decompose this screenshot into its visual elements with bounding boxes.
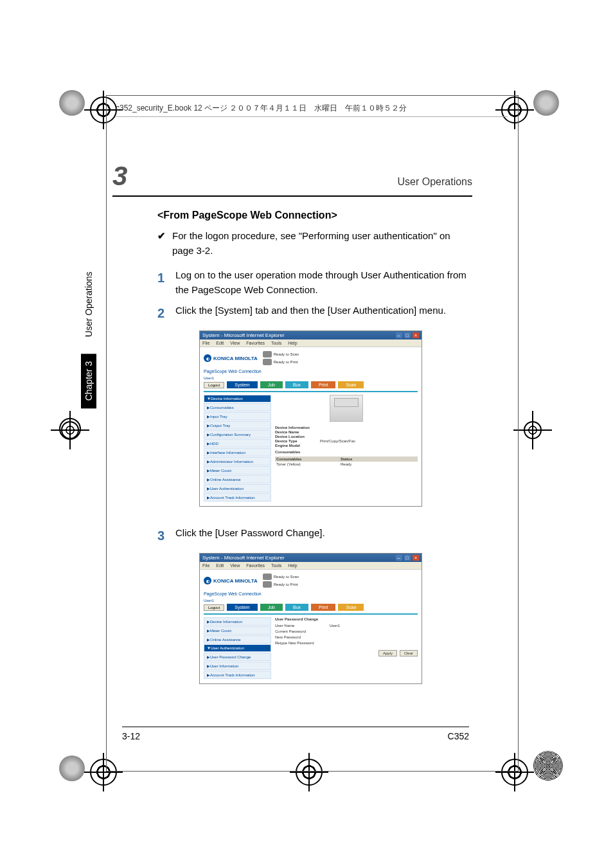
menu-view[interactable]: View [230, 341, 240, 345]
device-type-value: Print/Copy/Scan/Fax [320, 439, 355, 443]
page-number: 3-12 [122, 731, 140, 741]
crop-mark [524, 421, 542, 439]
decor-circle [59, 755, 85, 781]
brand-name: KONICA MINOLTA [213, 356, 258, 361]
sidebar: ▶Device Information ▶Meter Count ▶Online… [204, 617, 271, 680]
sidebar-item-consumables[interactable]: ▶Consumables [204, 403, 271, 411]
screenshot-body: ▶Device Information ▶Meter Count ▶Online… [200, 615, 422, 683]
menu-help[interactable]: Help [288, 563, 297, 568]
window-titlebar: System - Microsoft Internet Explorer – □… [200, 331, 422, 339]
menu-edit[interactable]: Edit [216, 341, 224, 345]
tab-box[interactable]: Box [285, 381, 308, 388]
menu-tools[interactable]: Tools [271, 341, 281, 345]
maximize-icon[interactable]: □ [404, 555, 411, 561]
checkmark-icon: ✔ [157, 229, 166, 258]
tab-system[interactable]: System [227, 604, 257, 611]
tab-print[interactable]: Print [311, 604, 335, 611]
step-number: 2 [157, 303, 175, 323]
maximize-icon[interactable]: □ [404, 332, 411, 338]
logout-button[interactable]: Logout [204, 382, 224, 388]
toner-name: Toner (Yellow) [276, 462, 341, 466]
main-panel: Device Information Device Name Device Lo… [275, 395, 418, 502]
close-icon[interactable]: × [413, 332, 419, 338]
status-print: Ready to Print [274, 583, 298, 586]
menu-file[interactable]: File [202, 341, 209, 345]
crop-mark [61, 421, 79, 439]
sidebar-item-user-info[interactable]: ▶User Information [204, 662, 271, 670]
sidebar-item-config-summary[interactable]: ▶Configuration Summary [204, 430, 271, 439]
sidebar-item-account-track[interactable]: ▶Account Track Information [204, 493, 271, 502]
tab-job[interactable]: Job [260, 381, 283, 388]
product-name: PageScope Web Connection [200, 592, 422, 599]
sidebar-item-interface-info[interactable]: ▶Interface Information [204, 448, 271, 457]
sidebar: ▼Device Information ▶Consumables ▶Input … [204, 395, 271, 502]
tab-row: Logout System Job Box Print Scan [200, 604, 422, 613]
sidebar-item-meter-count[interactable]: ▶Meter Count [204, 466, 271, 475]
menu-view[interactable]: View [230, 563, 240, 568]
device-name-label: Device Name [275, 430, 320, 434]
window-titlebar: System - Microsoft Internet Explorer – □… [200, 554, 422, 562]
username-value: User1 [330, 624, 340, 628]
sidebar-item-user-auth[interactable]: ▶User Authentication [204, 484, 271, 493]
sidebar-item-online-assist[interactable]: ▶Online Assistance [204, 635, 271, 644]
consumables-col2: Status [341, 457, 352, 461]
menu-favorites[interactable]: Favorites [246, 563, 265, 568]
close-icon[interactable]: × [413, 555, 419, 561]
sidebar-item-online-assist[interactable]: ▶Online Assistance [204, 475, 271, 484]
engine-model-label: Engine Model [275, 444, 320, 448]
menu-edit[interactable]: Edit [216, 563, 224, 568]
minimize-icon[interactable]: – [396, 332, 402, 338]
book-header: c352_security_E.book 12 ページ ２００７年４月１１日 水… [116, 103, 508, 117]
consumables-header-row: Consumables Status [275, 457, 418, 462]
clear-button[interactable]: Clear [400, 650, 418, 656]
current-password-label: Current Password [275, 629, 330, 633]
brand-header: ◐ KONICA MINOLTA Ready to Scan Ready to … [200, 347, 422, 369]
tab-job[interactable]: Job [260, 604, 283, 611]
brand-logo: ◐ KONICA MINOLTA [204, 577, 258, 584]
model-number: C352 [448, 731, 469, 741]
device-type-label: Device Type [275, 439, 320, 443]
sidebar-item-output-tray[interactable]: ▶Output Tray [204, 421, 271, 429]
decor-circle [533, 90, 559, 116]
device-location-label: Device Location [275, 435, 320, 439]
sidebar-item-device-info[interactable]: ▼Device Information [204, 395, 271, 402]
sidebar-item-account-track[interactable]: ▶Account Track Information [204, 671, 271, 679]
sidebar-item-hdd[interactable]: ▶HDD [204, 439, 271, 448]
status-scan: Ready to Scan [274, 352, 299, 356]
tab-print[interactable]: Print [311, 381, 335, 388]
sidebar-item-input-tray[interactable]: ▶Input Tray [204, 412, 271, 420]
apply-button[interactable]: Apply [378, 650, 397, 656]
tab-scan[interactable]: Scan [338, 381, 364, 388]
main-panel: User Password Change User Name User1 Cur… [275, 617, 418, 680]
minimize-icon[interactable]: – [396, 555, 402, 561]
menu-favorites[interactable]: Favorites [246, 341, 265, 345]
tab-row: Logout System Job Box Print Scan [200, 381, 422, 391]
tab-system[interactable]: System [227, 381, 257, 388]
status-scan: Ready to Scan [274, 575, 299, 579]
consumables-row: Toner (Yellow) Ready [275, 462, 418, 467]
sidebar-item-admin-info[interactable]: ▶Administrator Information [204, 457, 271, 466]
printer-icon [263, 359, 272, 365]
brand-name: KONICA MINOLTA [213, 578, 258, 584]
sidebar-item-device-info[interactable]: ▶Device Information [204, 617, 271, 626]
step-1: 1 Log on to the user operation mode thro… [157, 268, 472, 297]
menu-file[interactable]: File [202, 563, 209, 568]
sidebar-item-user-auth[interactable]: ▼User Authentication [204, 644, 271, 652]
logout-button[interactable]: Logout [204, 604, 224, 611]
menu-help[interactable]: Help [288, 341, 297, 345]
toner-status: Ready [341, 462, 351, 466]
decor-circle [59, 90, 85, 116]
button-row: Apply Clear [275, 651, 418, 655]
device-info-heading: Device Information [275, 426, 418, 429]
step-3: 3 Click the [User Password Change]. [157, 526, 472, 545]
tab-scan[interactable]: Scan [338, 604, 364, 611]
window-title: System - Microsoft Internet Explorer [202, 332, 285, 338]
sidebar-item-user-pw-change[interactable]: ▶User Password Change [204, 653, 271, 661]
menu-tools[interactable]: Tools [271, 563, 281, 568]
page-content: 3 User Operations <From PageScope Web Co… [112, 129, 472, 697]
consumables-col1: Consumables [276, 457, 341, 461]
sidebar-item-meter-count[interactable]: ▶Meter Count [204, 626, 271, 635]
check-note-text: For the logon procedure, see "Performing… [172, 229, 472, 258]
screenshot-2: System - Microsoft Internet Explorer – □… [199, 553, 422, 684]
tab-box[interactable]: Box [285, 604, 308, 611]
